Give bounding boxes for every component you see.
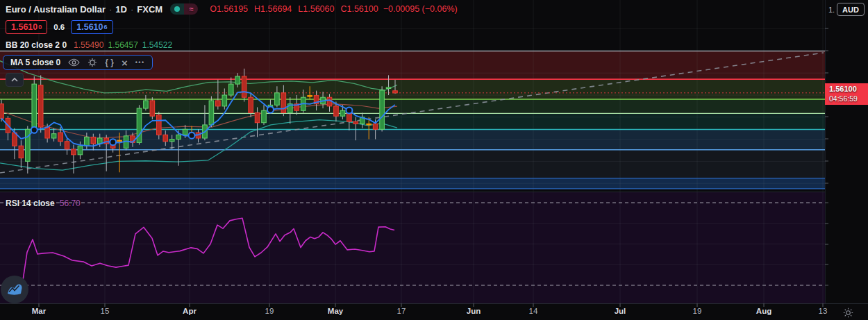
time-axis-label: 14 <box>529 307 538 315</box>
legend-header: Euro / Australian Dollar · 1D · FXCM ≈ O… <box>6 3 458 15</box>
remove-indicator-icon[interactable]: × <box>122 57 128 69</box>
last-price-value: 1.56100 <box>829 84 868 94</box>
time-axis[interactable]: Mar15Apr19May17Jun14Jul19Aug13 <box>0 303 868 320</box>
visibility-eye-icon[interactable] <box>68 58 80 67</box>
separator: · <box>131 4 133 15</box>
bb-basis-value: 1.55490 <box>74 40 103 50</box>
time-axis-label: May <box>328 307 343 315</box>
change-readout: −0.00095 (−0.06%) <box>383 4 458 14</box>
close-value: 1.56100 <box>347 4 378 14</box>
chevron-up-icon <box>10 77 19 83</box>
sell-price-button[interactable]: 1.56100 <box>6 20 47 34</box>
exchange-label[interactable]: FXCM <box>137 4 162 15</box>
rsi-value: 56.70 <box>60 199 81 208</box>
market-open-dot-icon <box>170 3 184 15</box>
separator: · <box>109 4 112 15</box>
bb-indicator-legend[interactable]: BB 20 close 2 0 1.55490 1.56457 1.54522 <box>6 40 172 50</box>
time-axis-label: Aug <box>756 307 771 315</box>
rsi-label: RSI 14 close <box>6 199 55 208</box>
ma-indicator-legend[interactable]: MA 5 close 0 { } × ••• <box>3 55 153 70</box>
time-axis-label: Jun <box>467 307 481 315</box>
symbol-title[interactable]: Euro / Australian Dollar <box>6 4 106 15</box>
time-axis-label: Apr <box>183 307 197 315</box>
time-axis-label: 19 <box>693 307 702 315</box>
time-axis-label: Mar <box>32 307 46 315</box>
more-options-icon[interactable]: ••• <box>135 59 145 66</box>
high-value: 1.56694 <box>260 4 292 14</box>
time-axis-label: 19 <box>265 307 274 315</box>
open-value: 1.56195 <box>217 4 248 14</box>
pane-collapse-button[interactable] <box>6 73 24 87</box>
quote-panel: 1.56100 0.6 1.56106 <box>6 20 113 34</box>
low-value: 1.56060 <box>303 4 334 14</box>
rsi-indicator-legend[interactable]: RSI 14 close 56.70 <box>6 199 81 208</box>
buy-price-button[interactable]: 1.56106 <box>71 20 112 34</box>
time-axis-label: Jul <box>615 307 626 315</box>
last-price-tag: 1.56100 04:56:59 <box>825 83 868 105</box>
chart-window: Euro / Australian Dollar · 1D · FXCM ≈ O… <box>0 0 868 320</box>
interval-label[interactable]: 1D <box>115 4 127 15</box>
bar-countdown: 04:56:59 <box>829 94 868 103</box>
bb-upper-value: 1.56457 <box>108 40 137 50</box>
tradingview-logo[interactable] <box>0 275 31 308</box>
spread-value: 0.6 <box>53 23 65 31</box>
timezone-sun-icon[interactable] <box>843 308 853 320</box>
time-axis-label: 17 <box>397 307 406 315</box>
time-axis-label: 15 <box>101 307 110 315</box>
bb-lower-value: 1.54522 <box>142 40 172 50</box>
ohlc-readout: O1.56195 H1.56694 L1.56060 C1.56100 <box>210 4 378 14</box>
market-status-toggle[interactable]: ≈ <box>170 3 198 15</box>
price-axis[interactable]: 1.590001.580001.570001.550001.540001.530… <box>825 0 868 303</box>
source-code-icon[interactable]: { } <box>105 58 114 67</box>
time-axis-label: 13 <box>819 307 828 315</box>
ma-label: MA 5 close 0 <box>10 58 60 67</box>
settings-gear-icon[interactable] <box>87 58 97 67</box>
bb-label: BB 20 close 2 0 <box>6 40 67 50</box>
wave-icon: ≈ <box>184 3 198 15</box>
